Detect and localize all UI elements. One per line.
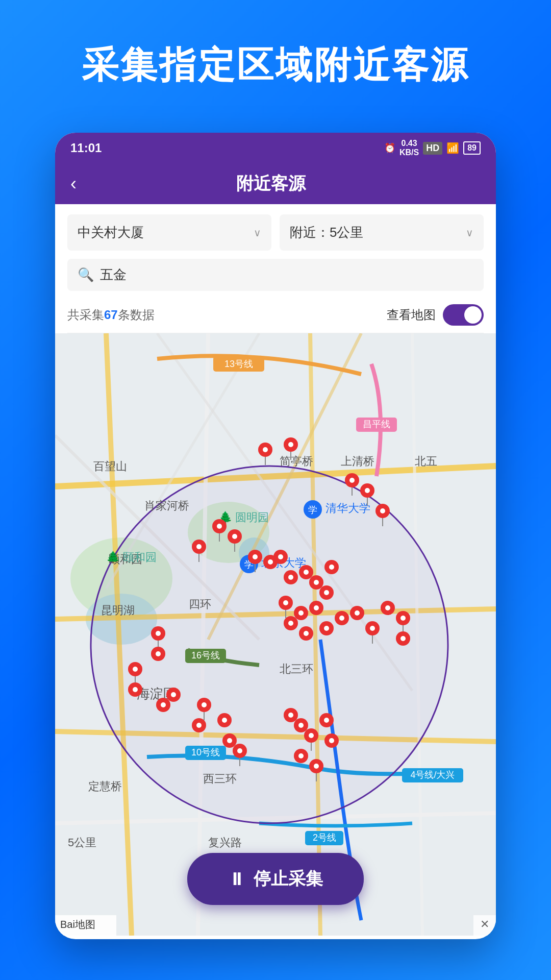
svg-point-94 xyxy=(283,600,288,605)
svg-text:13号线: 13号线 xyxy=(224,359,253,369)
stats-count: 67 xyxy=(104,308,118,322)
svg-text:昌平线: 昌平线 xyxy=(363,419,390,429)
svg-point-124 xyxy=(156,651,161,656)
svg-point-154 xyxy=(324,718,329,723)
svg-point-105 xyxy=(324,626,329,631)
svg-point-158 xyxy=(298,753,304,758)
svg-point-109 xyxy=(355,610,360,616)
svg-point-59 xyxy=(349,478,355,483)
svg-point-121 xyxy=(156,631,161,636)
svg-point-111 xyxy=(370,626,375,631)
map-toggle-area: 查看地图 xyxy=(387,304,484,326)
svg-point-138 xyxy=(196,723,202,728)
page-background: 采集指定区域附近客源 11:01 ⏰ 0.43KB/S HD 📶 89 ‹ 附近… xyxy=(0,0,551,120)
svg-point-151 xyxy=(309,733,314,738)
svg-point-71 xyxy=(232,534,237,539)
svg-text:西三环: 西三环 xyxy=(203,772,237,785)
map-area: 13号线 昌平线 16号线 10号线 4号线/大兴 2号线 百望山 肖家河桥 颐… xyxy=(55,333,496,936)
search-bar: 🔍 xyxy=(67,259,484,291)
nav-title: 附近客源 xyxy=(87,172,455,195)
svg-text:复兴路: 复兴路 xyxy=(208,836,242,849)
svg-text:🌲 圆明园: 🌲 圆明园 xyxy=(218,510,269,524)
svg-point-131 xyxy=(161,702,166,707)
svg-text:4号线/大兴: 4号线/大兴 xyxy=(410,770,455,780)
svg-point-116 xyxy=(400,616,406,621)
svg-text:16号线: 16号线 xyxy=(191,650,220,660)
svg-point-160 xyxy=(314,764,319,769)
svg-point-133 xyxy=(171,692,176,697)
svg-text:肖家河桥: 肖家河桥 xyxy=(144,499,189,512)
svg-text:Bai地图: Bai地图 xyxy=(60,919,95,930)
network-icon: 📶 xyxy=(446,142,459,154)
svg-point-156 xyxy=(329,738,334,743)
svg-text:上清桥: 上清桥 xyxy=(341,455,374,468)
svg-point-82 xyxy=(278,554,283,559)
svg-text:✕: ✕ xyxy=(480,918,489,930)
dropdowns-row: 中关村大厦 ∨ 附近：5公里 ∨ xyxy=(67,214,484,251)
search-input[interactable] xyxy=(100,267,473,283)
svg-point-77 xyxy=(253,554,258,559)
back-button[interactable]: ‹ xyxy=(70,173,77,194)
svg-point-101 xyxy=(288,621,293,626)
svg-point-140 xyxy=(222,718,227,723)
svg-point-142 xyxy=(227,738,232,743)
nearby-arrow-icon: ∨ xyxy=(466,227,473,239)
map-toggle[interactable] xyxy=(443,304,484,326)
phone-frame: 11:01 ⏰ 0.43KB/S HD 📶 89 ‹ 附近客源 中关村大厦 ∨ xyxy=(55,133,496,939)
svg-point-84 xyxy=(288,575,293,580)
status-time: 11:01 xyxy=(70,141,102,155)
svg-text:定慧桥: 定慧桥 xyxy=(88,780,122,793)
nearby-dropdown[interactable]: 附近：5公里 ∨ xyxy=(280,214,484,251)
svg-point-135 xyxy=(202,702,207,707)
svg-point-65 xyxy=(380,508,385,513)
svg-point-114 xyxy=(385,605,390,610)
svg-point-74 xyxy=(196,544,202,549)
pause-icon: ⏸ xyxy=(228,869,245,889)
status-bar: 11:01 ⏰ 0.43KB/S HD 📶 89 xyxy=(55,133,496,163)
svg-point-103 xyxy=(304,631,309,636)
svg-point-92 xyxy=(324,590,329,595)
svg-text:昆明湖: 昆明湖 xyxy=(101,604,135,617)
toggle-thumb xyxy=(464,306,482,324)
svg-text:北五: 北五 xyxy=(415,455,437,468)
svg-point-147 xyxy=(288,713,293,718)
search-icon: 🔍 xyxy=(78,267,94,283)
svg-text:10号线: 10号线 xyxy=(191,747,220,757)
svg-point-99 xyxy=(314,605,319,610)
alarm-icon: ⏰ xyxy=(384,142,395,154)
svg-point-68 xyxy=(217,524,222,529)
battery-icon: 89 xyxy=(463,141,481,155)
svg-text:2号线: 2号线 xyxy=(313,832,336,843)
svg-text:学: 学 xyxy=(308,505,317,515)
location-dropdown[interactable]: 中关村大厦 ∨ xyxy=(67,214,271,251)
page-title: 采集指定区域附近客源 xyxy=(0,0,551,120)
svg-point-97 xyxy=(298,610,304,616)
bottom-btn-area: ⏸ 停止采集 xyxy=(187,853,364,905)
svg-text:清华大学: 清华大学 xyxy=(325,502,370,514)
svg-point-88 xyxy=(314,580,319,585)
stop-collection-button[interactable]: ⏸ 停止采集 xyxy=(187,853,364,905)
svg-point-119 xyxy=(400,636,406,641)
nearby-label: 附近：5公里 xyxy=(290,224,363,241)
svg-text:百望山: 百望山 xyxy=(93,460,127,473)
svg-point-129 xyxy=(133,687,138,692)
stats-row: 共采集67条数据 查看地图 xyxy=(67,299,484,333)
location-arrow-icon: ∨ xyxy=(254,227,261,239)
svg-point-56 xyxy=(288,442,293,447)
svg-point-149 xyxy=(298,723,304,728)
hd-badge: HD xyxy=(423,142,442,155)
svg-point-80 xyxy=(268,559,273,565)
status-speed: 0.43KB/S xyxy=(399,139,419,157)
stop-label: 停止采集 xyxy=(254,867,323,891)
stats-text: 共采集67条数据 xyxy=(67,307,155,323)
svg-text:5公里: 5公里 xyxy=(68,836,96,849)
svg-text:简亭桥: 简亭桥 xyxy=(280,455,313,468)
svg-text:四环: 四环 xyxy=(189,598,211,610)
location-label: 中关村大厦 xyxy=(78,224,144,241)
svg-point-107 xyxy=(339,616,344,621)
map-view-label: 查看地图 xyxy=(387,307,436,323)
svg-point-62 xyxy=(365,488,370,493)
controls-area: 中关村大厦 ∨ 附近：5公里 ∨ 🔍 共采集67条数据 查看地图 xyxy=(55,204,496,333)
svg-point-53 xyxy=(263,447,268,452)
status-icons: ⏰ 0.43KB/S HD 📶 89 xyxy=(384,139,481,157)
